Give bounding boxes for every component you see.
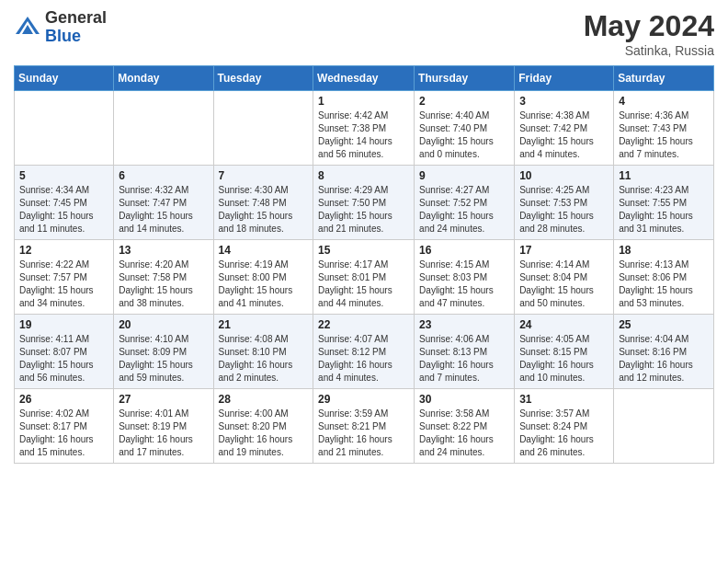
day-number: 24 [519, 318, 609, 331]
day-cell-28: 28Sunrise: 4:00 AMSunset: 8:20 PMDayligh… [213, 389, 313, 464]
weekday-wednesday: Wednesday [313, 66, 415, 91]
day-info: Sunrise: 4:07 AMSunset: 8:12 PMDaylight:… [318, 333, 409, 385]
day-number: 18 [619, 244, 709, 257]
title-block: May 2024 Satinka, Russia [584, 9, 714, 58]
day-info: Sunrise: 4:23 AMSunset: 7:55 PMDaylight:… [619, 184, 709, 236]
day-cell-11: 11Sunrise: 4:23 AMSunset: 7:55 PMDayligh… [614, 166, 714, 240]
weekday-sunday: Sunday [15, 66, 114, 91]
weekday-monday: Monday [114, 66, 213, 91]
week-row-3: 12Sunrise: 4:22 AMSunset: 7:57 PMDayligh… [15, 240, 714, 315]
day-cell-24: 24Sunrise: 4:05 AMSunset: 8:15 PMDayligh… [515, 315, 614, 389]
day-cell-26: 26Sunrise: 4:02 AMSunset: 8:17 PMDayligh… [15, 389, 114, 464]
logo-blue: Blue [45, 28, 107, 46]
day-cell-25: 25Sunrise: 4:04 AMSunset: 8:16 PMDayligh… [614, 315, 714, 389]
day-cell-21: 21Sunrise: 4:08 AMSunset: 8:10 PMDayligh… [213, 315, 313, 389]
day-cell-12: 12Sunrise: 4:22 AMSunset: 7:57 PMDayligh… [15, 240, 114, 315]
weekday-saturday: Saturday [614, 66, 714, 91]
day-cell-6: 6Sunrise: 4:32 AMSunset: 7:47 PMDaylight… [114, 166, 213, 240]
day-number: 23 [419, 318, 509, 331]
day-info: Sunrise: 4:25 AMSunset: 7:53 PMDaylight:… [519, 184, 609, 236]
empty-cell [614, 389, 714, 464]
day-cell-19: 19Sunrise: 4:11 AMSunset: 8:07 PMDayligh… [15, 315, 114, 389]
day-cell-27: 27Sunrise: 4:01 AMSunset: 8:19 PMDayligh… [114, 389, 213, 464]
day-info: Sunrise: 4:27 AMSunset: 7:52 PMDaylight:… [419, 184, 509, 236]
day-number: 15 [318, 244, 409, 257]
day-number: 19 [19, 318, 108, 331]
day-info: Sunrise: 4:20 AMSunset: 7:58 PMDaylight:… [119, 259, 208, 310]
weekday-header-row: SundayMondayTuesdayWednesdayThursdayFrid… [15, 66, 714, 91]
day-number: 31 [519, 393, 609, 406]
day-number: 26 [19, 393, 108, 406]
day-info: Sunrise: 4:34 AMSunset: 7:45 PMDaylight:… [19, 184, 108, 236]
header: General Blue May 2024 Satinka, Russia [14, 9, 714, 58]
day-number: 21 [219, 318, 309, 331]
day-number: 28 [219, 393, 309, 406]
day-cell-23: 23Sunrise: 4:06 AMSunset: 8:13 PMDayligh… [415, 315, 515, 389]
day-info: Sunrise: 4:04 AMSunset: 8:16 PMDaylight:… [619, 333, 709, 385]
day-info: Sunrise: 3:59 AMSunset: 8:21 PMDaylight:… [318, 408, 409, 459]
day-number: 2 [419, 95, 509, 108]
day-info: Sunrise: 4:05 AMSunset: 8:15 PMDaylight:… [519, 333, 609, 385]
day-cell-5: 5Sunrise: 4:34 AMSunset: 7:45 PMDaylight… [15, 166, 114, 240]
day-number: 25 [619, 318, 709, 331]
day-info: Sunrise: 4:17 AMSunset: 8:01 PMDaylight:… [318, 259, 409, 310]
location: Satinka, Russia [584, 43, 714, 58]
day-info: Sunrise: 4:02 AMSunset: 8:17 PMDaylight:… [19, 408, 108, 459]
day-number: 3 [519, 95, 609, 108]
page: General Blue May 2024 Satinka, Russia Su… [0, 0, 728, 563]
day-cell-18: 18Sunrise: 4:13 AMSunset: 8:06 PMDayligh… [614, 240, 714, 315]
day-number: 13 [119, 244, 208, 257]
day-info: Sunrise: 4:19 AMSunset: 8:00 PMDaylight:… [219, 259, 309, 310]
day-number: 6 [119, 169, 208, 182]
day-cell-17: 17Sunrise: 4:14 AMSunset: 8:04 PMDayligh… [515, 240, 614, 315]
day-number: 22 [318, 318, 409, 331]
day-cell-30: 30Sunrise: 3:58 AMSunset: 8:22 PMDayligh… [415, 389, 515, 464]
day-cell-10: 10Sunrise: 4:25 AMSunset: 7:53 PMDayligh… [515, 166, 614, 240]
day-number: 27 [119, 393, 208, 406]
empty-cell [15, 91, 114, 166]
day-number: 16 [419, 244, 509, 257]
day-info: Sunrise: 4:01 AMSunset: 8:19 PMDaylight:… [119, 408, 208, 459]
day-cell-7: 7Sunrise: 4:30 AMSunset: 7:48 PMDaylight… [213, 166, 313, 240]
day-number: 11 [619, 169, 709, 182]
week-row-1: 1Sunrise: 4:42 AMSunset: 7:38 PMDaylight… [15, 91, 714, 166]
empty-cell [213, 91, 313, 166]
day-cell-15: 15Sunrise: 4:17 AMSunset: 8:01 PMDayligh… [313, 240, 415, 315]
day-info: Sunrise: 4:14 AMSunset: 8:04 PMDaylight:… [519, 259, 609, 310]
day-cell-2: 2Sunrise: 4:40 AMSunset: 7:40 PMDaylight… [415, 91, 515, 166]
day-number: 8 [318, 169, 409, 182]
day-info: Sunrise: 4:08 AMSunset: 8:10 PMDaylight:… [219, 333, 309, 385]
day-cell-1: 1Sunrise: 4:42 AMSunset: 7:38 PMDaylight… [313, 91, 415, 166]
day-info: Sunrise: 4:00 AMSunset: 8:20 PMDaylight:… [219, 408, 309, 459]
day-cell-16: 16Sunrise: 4:15 AMSunset: 8:03 PMDayligh… [415, 240, 515, 315]
day-number: 29 [318, 393, 409, 406]
day-number: 14 [219, 244, 309, 257]
day-info: Sunrise: 4:13 AMSunset: 8:06 PMDaylight:… [619, 259, 709, 310]
day-number: 1 [318, 95, 409, 108]
day-number: 9 [419, 169, 509, 182]
day-info: Sunrise: 4:10 AMSunset: 8:09 PMDaylight:… [119, 333, 208, 385]
day-info: Sunrise: 4:42 AMSunset: 7:38 PMDaylight:… [318, 109, 409, 161]
week-row-2: 5Sunrise: 4:34 AMSunset: 7:45 PMDaylight… [15, 166, 714, 240]
day-cell-8: 8Sunrise: 4:29 AMSunset: 7:50 PMDaylight… [313, 166, 415, 240]
logo-icon [14, 14, 41, 41]
week-row-4: 19Sunrise: 4:11 AMSunset: 8:07 PMDayligh… [15, 315, 714, 389]
day-number: 5 [19, 169, 108, 182]
day-cell-29: 29Sunrise: 3:59 AMSunset: 8:21 PMDayligh… [313, 389, 415, 464]
day-info: Sunrise: 3:57 AMSunset: 8:24 PMDaylight:… [519, 408, 609, 459]
logo-general: General [45, 9, 107, 28]
day-info: Sunrise: 4:40 AMSunset: 7:40 PMDaylight:… [419, 109, 509, 161]
day-info: Sunrise: 4:29 AMSunset: 7:50 PMDaylight:… [318, 184, 409, 236]
day-cell-9: 9Sunrise: 4:27 AMSunset: 7:52 PMDaylight… [415, 166, 515, 240]
day-info: Sunrise: 4:06 AMSunset: 8:13 PMDaylight:… [419, 333, 509, 385]
day-info: Sunrise: 4:38 AMSunset: 7:42 PMDaylight:… [519, 109, 609, 161]
weekday-thursday: Thursday [415, 66, 515, 91]
day-info: Sunrise: 4:30 AMSunset: 7:48 PMDaylight:… [219, 184, 309, 236]
day-cell-22: 22Sunrise: 4:07 AMSunset: 8:12 PMDayligh… [313, 315, 415, 389]
day-cell-20: 20Sunrise: 4:10 AMSunset: 8:09 PMDayligh… [114, 315, 213, 389]
weekday-tuesday: Tuesday [213, 66, 313, 91]
day-number: 12 [19, 244, 108, 257]
calendar-table: SundayMondayTuesdayWednesdayThursdayFrid… [14, 65, 714, 464]
logo-text: General Blue [45, 9, 107, 46]
logo: General Blue [14, 9, 107, 46]
